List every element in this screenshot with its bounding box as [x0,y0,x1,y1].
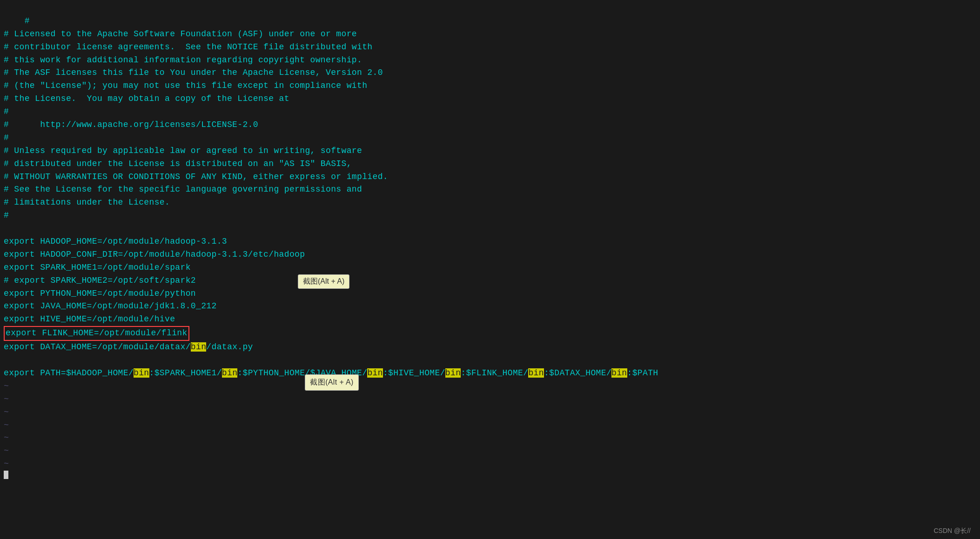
export-hive-home: export HIVE_HOME=/opt/module/hive [4,314,175,324]
datax-bin-highlight: bin [191,342,207,352]
comment-line-3: # contributor license agreements. See th… [4,42,373,52]
text-cursor [4,471,8,479]
comment-line-16: # [4,211,9,220]
comment-line-4: # this work for additional information r… [4,55,362,65]
export-spark-home1: export SPARK_HOME1=/opt/module/spark [4,263,191,272]
screenshot-tooltip: 截图(Alt + A) [305,374,358,378]
export-python-home: export PYTHON_HOME=/opt/module/python [4,289,196,298]
export-spark-home2-disabled: # export SPARK_HOME2=/opt/soft/spark2 [4,276,196,285]
screenshot-tooltip-overlay: 截图(Alt + A) [298,274,349,289]
tilde-6: ~ [4,446,9,455]
comment-line-13: # WITHOUT WARRANTIES OR CONDITIONS OF AN… [4,172,388,181]
comment-line-2: # Licensed to the Apache Software Founda… [4,29,357,39]
comment-line-8: # [4,107,9,116]
tilde-7: ~ [4,459,9,468]
comment-line-6: # (the "License"); you may not use this … [4,81,367,90]
comment-line-7: # the License. You may obtain a copy of … [4,94,289,103]
comment-line-15: # limitations under the License. [4,198,170,207]
export-datax-home: export DATAX_HOME=/opt/module/datax/bin/… [4,342,253,352]
tilde-2: ~ [4,394,9,404]
tilde-5: ~ [4,433,9,442]
hive-bin-highlight: bin [445,368,461,378]
comment-line-10: # [4,133,9,142]
tilde-1: ~ [4,381,9,391]
spark-bin-highlight: bin [222,368,238,378]
flink-home-highlight: export FLINK_HOME=/opt/module/flink [4,326,189,341]
comment-line-14: # See the License for the specific langu… [4,185,362,194]
export-flink-home: export FLINK_HOME=/opt/module/flink [4,328,189,338]
export-hadoop-home: export HADOOP_HOME=/opt/module/hadoop-3.… [4,237,227,246]
watermark: CSDN @长// [933,527,971,535]
tilde-4: ~ [4,420,9,430]
tilde-3: ~ [4,407,9,417]
comment-line-1: # [25,16,30,26]
comment-line-11: # Unless required by applicable law or a… [4,146,362,155]
comment-line-12: # distributed under the License is distr… [4,159,352,168]
java-bin-highlight: bin [367,368,383,378]
export-java-home: export JAVA_HOME=/opt/module/jdk1.8.0_21… [4,301,217,311]
datax-bin2-highlight: bin [611,368,627,378]
comment-line-5: # The ASF licenses this file to You unde… [4,68,383,77]
cursor-line [4,471,976,479]
comment-line-9: # http://www.apache.org/licenses/LICENSE… [4,120,258,129]
hadoop-bin-highlight: bin [134,368,149,378]
export-hadoop-conf: export HADOOP_CONF_DIR=/opt/module/hadoo… [4,250,305,259]
path-export-line: export PATH=$HADOOP_HOME/bin:$SPARK_HOME… [4,368,658,378]
flink-bin-highlight: bin [528,368,544,378]
editor-container: # # Licensed to the Apache Software Foun… [0,0,980,539]
code-block: # # Licensed to the Apache Software Foun… [4,2,976,505]
